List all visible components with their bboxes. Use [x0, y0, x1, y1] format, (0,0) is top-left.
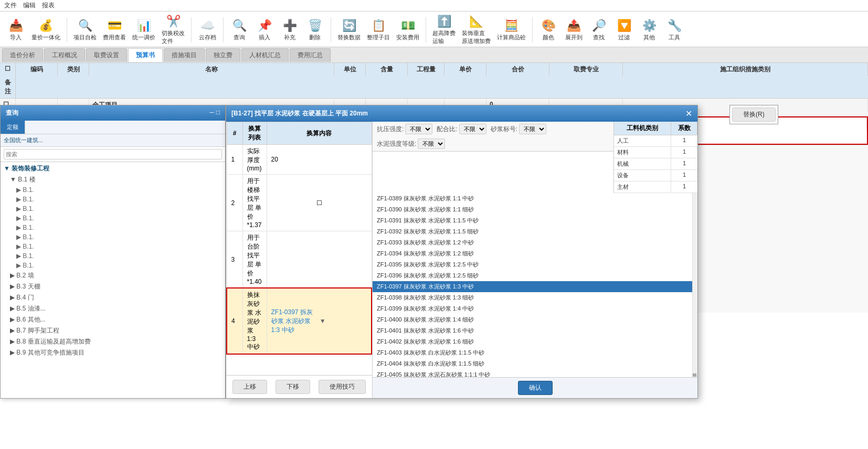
material-item-0393[interactable]: ZF1-0393 抹灰砂浆 水泥砂浆 1:2 中砂: [373, 237, 692, 248]
dialog-close-button[interactable]: ✕: [685, 109, 692, 119]
filter-cement-grade-select[interactable]: 不限: [418, 138, 445, 149]
tab-measures[interactable]: 措施项目: [164, 48, 205, 62]
tab-cost-analysis[interactable]: 造价分析: [2, 48, 43, 62]
toolbar-query[interactable]: 🔍 查询: [228, 18, 251, 42]
delete-icon: 🗑️: [308, 19, 322, 33]
tree-item-b1[interactable]: ▼ B.1 楼: [2, 174, 224, 185]
tree-item-b1-6[interactable]: ▶ B.1.: [2, 232, 224, 242]
replace-button[interactable]: 替换(R): [732, 108, 776, 122]
tab-fee-settings[interactable]: 取费设置: [86, 48, 127, 62]
tree-item-b2[interactable]: ▶ B.2 墙: [2, 270, 224, 281]
toolbar-vertical[interactable]: 📐 装饰垂直原送增加费: [460, 14, 493, 46]
tree-item-b7[interactable]: ▶ B.7 脚手架工程: [2, 325, 224, 336]
tree-item-b1-1[interactable]: ▶ B.1.: [2, 185, 224, 195]
material-item-0397[interactable]: ZF1-0397 抹灰砂浆 水泥砂浆 1:3 中砂: [373, 281, 692, 292]
query-dialog-title-text: 查询: [6, 109, 18, 117]
toolbar-import[interactable]: 📥 导入: [4, 18, 27, 42]
tab-independent-fee[interactable]: 独立费: [206, 48, 240, 62]
toolbar-insert[interactable]: 📌 插入: [253, 18, 276, 42]
install-fee-icon: 💵: [401, 19, 415, 33]
material-item-0396[interactable]: ZF1-0396 抹灰砂浆 水泥砂浆 1:2.5 细砂: [373, 270, 692, 281]
dialog-minimize[interactable]: ─: [209, 109, 214, 117]
material-item-0390[interactable]: ZF1-0390 抹灰砂浆 水泥砂浆 1:1 细砂: [373, 204, 692, 215]
toolbar-adjust-price[interactable]: 📊 统一调价: [130, 18, 157, 42]
toolbar-switch-tax[interactable]: ✂️ 切换税改文件: [160, 14, 187, 46]
toolbar-delete[interactable]: 🗑️ 删除: [303, 18, 326, 42]
toolbar-cloud[interactable]: ☁️ 云存档: [196, 18, 219, 42]
tree-item-b1-4[interactable]: ▶ B.1.: [2, 213, 224, 223]
material-item-0401[interactable]: ZF1-0401 抹灰砂浆 水泥砂浆 1:6 中砂: [373, 325, 692, 336]
move-down-button[interactable]: 下移: [276, 380, 310, 394]
tree-item-b4[interactable]: ▶ B.4 门: [2, 292, 224, 303]
calc-dropdown[interactable]: ZF1-0397 拆灰砂浆 水泥砂浆 1:3 中砂 ▼: [271, 308, 367, 335]
filter-mortar-grade-select[interactable]: 不限: [519, 124, 546, 134]
menu-edit[interactable]: 编辑: [23, 1, 36, 10]
material-item-0404[interactable]: ZF1-0404 抹灰砂浆 白水泥砂浆 1:1.5 细砂: [373, 358, 692, 369]
replace-panel: 替换(R): [729, 105, 778, 124]
menu-file[interactable]: 文件: [4, 1, 17, 10]
material-item-0403[interactable]: ZF1-0403 抹灰砂浆 白水泥砂浆 1:1.5 中砂: [373, 347, 692, 358]
use-tips-button[interactable]: 使用技巧: [319, 380, 366, 394]
calc-cell-num-1: 1: [227, 145, 242, 175]
toolbar-expand[interactable]: 📤 展开到: [562, 18, 585, 42]
tree-item-b6[interactable]: ▶ B.6 其他...: [2, 314, 224, 325]
calc-row-2[interactable]: 2 用于楼梯找平层 单价*1.37 ☐: [227, 175, 372, 231]
toolbar-concrete[interactable]: 🧮 计算商品砼: [495, 18, 528, 42]
material-item-0394[interactable]: ZF1-0394 抹灰砂浆 水泥砂浆 1:2 细砂: [373, 248, 692, 259]
toolbar-tools[interactable]: 🔧 工具: [663, 18, 686, 42]
toolbar-color[interactable]: 🎨 颜色: [537, 18, 560, 42]
tree-item-b9[interactable]: ▶ B.9 其他可竞争措施项目: [2, 347, 224, 358]
material-item-0402[interactable]: ZF1-0402 抹灰砂浆 水泥砂浆 1:6 细砂: [373, 336, 692, 347]
calc-row-3[interactable]: 3 用于台阶找平层 单价*1.40: [227, 231, 372, 288]
material-item-0398[interactable]: ZF1-0398 抹灰砂浆 水泥砂浆 1:3 细砂: [373, 292, 692, 303]
tree-item-b3[interactable]: ▶ B.3 天棚: [2, 281, 224, 292]
toolbar-supplement[interactable]: ➕ 补充: [278, 18, 301, 42]
toolbar-superhigh[interactable]: ⬆️ 超高降费运输: [430, 14, 458, 46]
tree-item-b1-5[interactable]: ▶ B.1.: [2, 223, 224, 232]
toolbar-install-fee[interactable]: 💵 安装费用: [394, 18, 421, 42]
tree-item-b1-8[interactable]: ▶ B.1.: [2, 251, 224, 261]
material-item-0391[interactable]: ZF1-0391 抹灰砂浆 水泥砂浆 1:1.5 中砂: [373, 215, 692, 226]
dialog-tab-quota[interactable]: 定额: [1, 121, 25, 134]
coeff-row-1: 人工 1: [614, 135, 697, 147]
calc-row-1[interactable]: 1 实际厚度(mm) 20: [227, 145, 372, 175]
tab-fee-summary[interactable]: 费用汇总: [290, 48, 331, 62]
material-item-0389[interactable]: ZF1-0389 抹灰砂浆 水泥砂浆 1:1 中砂: [373, 193, 692, 204]
move-up-button[interactable]: 上移: [232, 380, 267, 394]
calc-th-name: 换算列表: [242, 122, 267, 145]
tree-item-decoration[interactable]: ▼ 装饰装修工程: [2, 163, 224, 174]
calc-dropdown-text: ZF1-0397 拆灰砂浆 水泥砂浆 1:3 中砂: [271, 308, 319, 335]
dialog-maximize[interactable]: □: [216, 109, 220, 117]
menu-report[interactable]: 报表: [42, 1, 55, 10]
material-item-0400[interactable]: ZF1-0400 抹灰砂浆 水泥砂浆 1:4 细砂: [373, 314, 692, 325]
toolbar-organize[interactable]: 📋 整理子目: [365, 18, 392, 42]
material-item-0399[interactable]: ZF1-0399 抹灰砂浆 水泥砂浆 1:4 中砂: [373, 303, 692, 314]
tree-item-b1-3[interactable]: ▶ B.1.: [2, 204, 224, 213]
tree-item-b1-2[interactable]: ▶ B.1.: [2, 195, 224, 204]
calc-row-4[interactable]: 4 换抹灰砂浆 水泥砂浆 1:3 中砂 ZF1-0397 拆灰砂浆 水泥砂浆 1…: [227, 288, 372, 354]
tab-budget[interactable]: 预算书: [128, 48, 163, 62]
tree-item-b8[interactable]: ▶ B.8 垂直运输及超高增加费: [2, 336, 224, 347]
tab-labor-material[interactable]: 人材机汇总: [241, 48, 289, 62]
toolbar-adjust-price-label: 统一调价: [132, 34, 155, 41]
toolbar-fee-view[interactable]: 💳 费用查看: [101, 18, 128, 42]
toolbar-check[interactable]: 🔍 项目自检: [71, 18, 99, 42]
calc-th-num: #: [227, 122, 242, 145]
material-item-0395[interactable]: ZF1-0395 抹灰砂浆 水泥砂浆 1:2.5 中砂: [373, 259, 692, 270]
filter-compressive-select[interactable]: 不限: [405, 124, 432, 134]
toolbar-replace-data[interactable]: 🔄 替换数据: [335, 18, 363, 42]
tree-item-b1-9[interactable]: ▶ B.1.: [2, 261, 224, 270]
toolbar-find[interactable]: 🔎 查找: [587, 18, 610, 42]
filter-mix-ratio-select[interactable]: 不限: [459, 124, 486, 134]
material-item-0405[interactable]: ZF1-0405 抹灰砂浆 水泥石灰砂浆 1:1:1 中砂: [373, 369, 692, 377]
tab-project-overview[interactable]: 工程概况: [44, 48, 85, 62]
toolbar-other[interactable]: ⚙️ 其他: [638, 18, 661, 42]
dialog-body: # 换算列表 换算内容 1 实际厚度(mm) 20 2 用于楼梯找平层 单价*1…: [226, 122, 697, 398]
toolbar-filter[interactable]: 🔽 过滤: [612, 18, 636, 42]
toolbar-price-integration[interactable]: 💰 量价一体化: [29, 18, 62, 42]
tree-item-b5[interactable]: ▶ B.5 油漆...: [2, 303, 224, 314]
tree-item-b1-7[interactable]: ▶ B.1.: [2, 242, 224, 251]
confirm-button[interactable]: 确认: [518, 381, 553, 395]
dialog-search-input[interactable]: [4, 149, 222, 159]
material-item-0392[interactable]: ZF1-0392 抹灰砂浆 水泥砂浆 1:1.5 细砂: [373, 226, 692, 237]
